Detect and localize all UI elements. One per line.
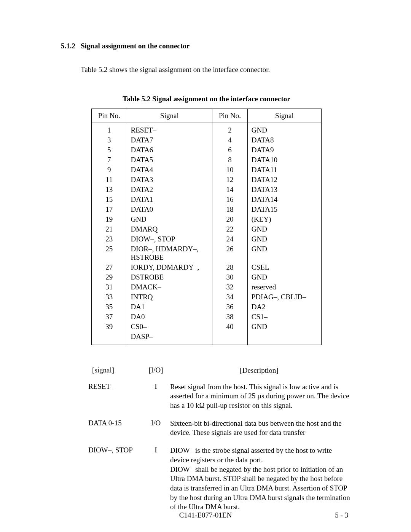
desc-text: Reset signal from the host. This signal … xyxy=(166,382,352,419)
table-caption: Table 5.2 Signal assignment on the inter… xyxy=(61,95,352,103)
pin-right: 28 xyxy=(212,262,248,272)
signal-right: CSEL xyxy=(247,262,321,272)
table-row: 33INTRQ34PDIAG–, CBLID– xyxy=(92,292,322,302)
signal-left: DMACK– xyxy=(127,282,212,292)
pin-right: 6 xyxy=(212,145,248,155)
desc-header-io: [I/O] xyxy=(145,366,166,382)
pin-left: 37 xyxy=(92,312,127,322)
table-row: 29DSTROBE30GND xyxy=(92,272,322,282)
table-row: 3DATA74DATA8 xyxy=(92,135,322,145)
signal-left: DA1 xyxy=(127,302,212,312)
pin-right: 12 xyxy=(212,175,248,185)
desc-io: I/O xyxy=(145,419,166,446)
signal-left: DA0 xyxy=(127,312,212,322)
table-header-row: Pin No. Signal Pin No. Signal xyxy=(92,109,322,123)
signal-left: DATA3 xyxy=(127,175,212,185)
desc-signal: RESET– xyxy=(81,382,145,419)
pin-left: 3 xyxy=(92,135,127,145)
signal-left: IORDY, DDMARDY–, xyxy=(127,262,212,272)
pin-left: 27 xyxy=(92,262,127,272)
desc-row: DIOW–, STOPIDIOW– is the strobe signal a… xyxy=(81,446,352,520)
pin-left: 25 xyxy=(92,244,127,262)
section-number: 5.1.2 xyxy=(61,42,81,50)
pin-left: 23 xyxy=(92,234,127,244)
table-row: 27IORDY, DDMARDY–,28CSEL xyxy=(92,262,322,272)
pin-right: 30 xyxy=(212,272,248,282)
signal-right: DATA8 xyxy=(247,135,321,145)
table-row: DASP– xyxy=(92,332,322,345)
signal-right: (KEY) xyxy=(247,214,321,224)
table-row: 19GND20(KEY) xyxy=(92,214,322,224)
pin-right: 40 xyxy=(212,322,248,332)
desc-text: Sixteen-bit bi-directional data bus betw… xyxy=(166,419,352,446)
signal-left: DATA2 xyxy=(127,185,212,195)
desc-io: I xyxy=(145,446,166,520)
table-row: 25DIOR–, HDMARDY–, HSTROBE26GND xyxy=(92,244,322,262)
desc-header-signal: [signal] xyxy=(81,366,145,382)
signal-right: DATA15 xyxy=(247,204,321,214)
signal-left: DASP– xyxy=(127,332,212,345)
signal-right: GND xyxy=(247,244,321,262)
signal-right: GND xyxy=(247,234,321,244)
table-row: 39CS0–40GND xyxy=(92,322,322,332)
signal-description-table: [signal] [I/O] [Description] RESET–IRese… xyxy=(81,366,352,520)
footer-doc-number: C141-E077-01EN xyxy=(0,511,411,519)
signal-right: DATA11 xyxy=(247,165,321,175)
table-row: 37DA038CS1– xyxy=(92,312,322,322)
pin-left: 15 xyxy=(92,195,127,204)
desc-row: RESET–IReset signal from the host. This … xyxy=(81,382,352,419)
signal-left: DATA7 xyxy=(127,135,212,145)
desc-text: DIOW– is the strobe signal asserted by t… xyxy=(166,446,352,520)
pin-right: 2 xyxy=(212,123,248,136)
pin-left: 39 xyxy=(92,322,127,332)
table-row: 21DMARQ22GND xyxy=(92,224,322,234)
signal-left: DMARQ xyxy=(127,224,212,234)
desc-io: I xyxy=(145,382,166,419)
intro-paragraph: Table 5.2 shows the signal assignment on… xyxy=(81,66,352,74)
pin-right: 20 xyxy=(212,214,248,224)
signal-right: GND xyxy=(247,272,321,282)
table-row: 13DATA214DATA13 xyxy=(92,185,322,195)
signal-right: reserved xyxy=(247,282,321,292)
signal-left: RESET– xyxy=(127,123,212,136)
pin-right: 10 xyxy=(212,165,248,175)
pin-left: 11 xyxy=(92,175,127,185)
signal-left: DIOR–, HDMARDY–, HSTROBE xyxy=(127,244,212,262)
signal-left: DATA0 xyxy=(127,204,212,214)
table-row: 11DATA312DATA12 xyxy=(92,175,322,185)
signal-left: INTRQ xyxy=(127,292,212,302)
pin-right: 34 xyxy=(212,292,248,302)
pin-left: 5 xyxy=(92,145,127,155)
pin-right: 26 xyxy=(212,244,248,262)
pin-signal-table: Pin No. Signal Pin No. Signal 1RESET–2GN… xyxy=(91,109,322,345)
pin-left xyxy=(92,332,127,345)
pin-left: 33 xyxy=(92,292,127,302)
pin-left: 35 xyxy=(92,302,127,312)
pin-right: 22 xyxy=(212,224,248,234)
pin-right: 32 xyxy=(212,282,248,292)
signal-right: DATA14 xyxy=(247,195,321,204)
table-row: 5DATA66DATA9 xyxy=(92,145,322,155)
signal-left: DATA4 xyxy=(127,165,212,175)
section-heading: 5.1.2Signal assignment on the connector xyxy=(61,42,352,50)
pin-left: 19 xyxy=(92,214,127,224)
desc-row: DATA 0-15I/OSixteen-bit bi-directional d… xyxy=(81,419,352,446)
table-row: 15DATA116DATA14 xyxy=(92,195,322,204)
col-header-signal-left: Signal xyxy=(127,109,212,123)
table-row: 1RESET–2GND xyxy=(92,123,322,136)
signal-right: GND xyxy=(247,123,321,136)
col-header-pin-left: Pin No. xyxy=(92,109,127,123)
table-row: 35DA136DA2 xyxy=(92,302,322,312)
pin-right xyxy=(212,332,248,345)
signal-left: CS0– xyxy=(127,322,212,332)
pin-left: 17 xyxy=(92,204,127,214)
pin-right: 18 xyxy=(212,204,248,214)
signal-left: DIOW–, STOP xyxy=(127,234,212,244)
table-row: 9DATA410DATA11 xyxy=(92,165,322,175)
pin-right: 16 xyxy=(212,195,248,204)
signal-right: GND xyxy=(247,322,321,332)
desc-signal: DIOW–, STOP xyxy=(81,446,145,520)
desc-signal: DATA 0-15 xyxy=(81,419,145,446)
signal-right: CS1– xyxy=(247,312,321,322)
pin-left: 1 xyxy=(92,123,127,136)
